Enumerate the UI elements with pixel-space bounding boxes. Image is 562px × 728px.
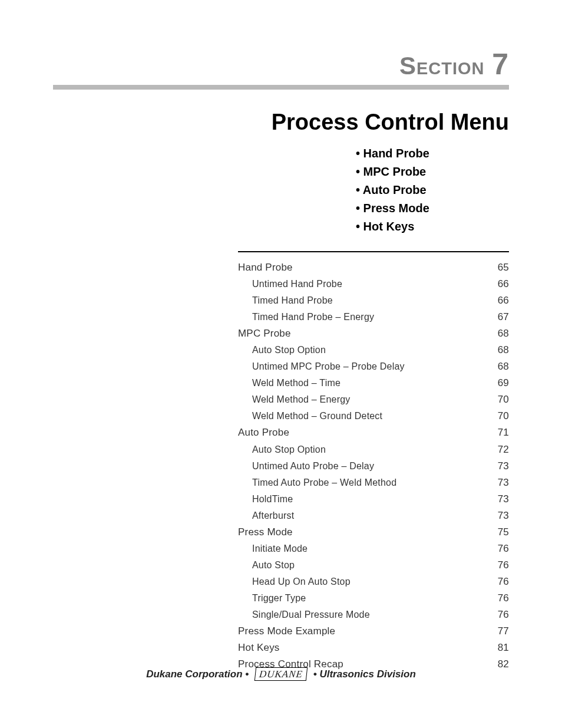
toc-label: Weld Method – Time (238, 375, 340, 391)
toc-page: 77 (498, 623, 509, 640)
toc-row: Press Mode Example77 (238, 623, 509, 640)
footer: Dukane Corporation • DUKANE • Ultrasonic… (0, 667, 562, 681)
toc-leader (385, 409, 495, 419)
toc-label: Press Mode Example (238, 623, 335, 640)
toc-row: Timed Hand Probe66 (238, 292, 509, 309)
toc-label: Untimed MPC Probe – Probe Delay (238, 359, 405, 374)
footer-sep: • (245, 668, 249, 680)
toc-label: Weld Method – Ground Detect (238, 409, 382, 424)
toc-page: 73 (498, 458, 509, 475)
toc-leader (282, 641, 495, 651)
toc-leader (308, 591, 495, 601)
toc-row: Weld Method – Time69 (238, 375, 509, 391)
toc-row: Single/Dual Pressure Mode76 (238, 607, 509, 623)
toc-page: 76 (498, 541, 509, 557)
toc-row: Afterburst73 (238, 508, 509, 524)
toc-leader (328, 343, 495, 353)
toc-label: Initiate Mode (238, 541, 308, 556)
toc-label: Trigger Type (238, 591, 306, 606)
toc-page: 68 (498, 342, 509, 358)
footer-sep: • (313, 668, 317, 680)
toc-leader (328, 443, 495, 453)
toc-row: Hand Probe65 (238, 259, 509, 276)
toc-label: Timed Hand Probe – Energy (238, 309, 374, 325)
toc-leader (338, 624, 495, 634)
toc-row: Hot Keys81 (238, 640, 509, 656)
bullet-item: MPC Probe (356, 163, 509, 181)
toc-label: Auto Stop Option (238, 442, 326, 457)
section-label-prefix: Section (399, 52, 485, 80)
toc-row: Untimed Hand Probe66 (238, 276, 509, 292)
toc-page: 81 (498, 640, 509, 656)
toc-label: Auto Stop Option (238, 342, 326, 358)
toc-label: Auto Stop (238, 558, 295, 573)
footer-left: Dukane Corporation (146, 668, 242, 680)
toc-label: Timed Auto Probe – Weld Method (238, 475, 396, 490)
toc-page: 75 (498, 524, 509, 541)
toc-leader (353, 575, 495, 585)
toc-row: Auto Stop Option68 (238, 342, 509, 358)
toc-page: 76 (498, 607, 509, 623)
toc-leader (293, 327, 495, 337)
toc-page: 65 (498, 259, 509, 276)
toc-page: 73 (498, 491, 509, 508)
toc-label: Untimed Auto Probe – Delay (238, 459, 374, 474)
toc-label: Weld Method – Energy (238, 392, 350, 407)
toc-page: 66 (498, 276, 509, 292)
toc-row: Untimed Auto Probe – Delay73 (238, 458, 509, 475)
toc-row: Head Up On Auto Stop76 (238, 574, 509, 590)
toc-leader (310, 542, 495, 552)
toc-page: 76 (498, 574, 509, 590)
toc-label: Untimed Hand Probe (238, 276, 342, 292)
toc-leader (345, 277, 495, 287)
toc-row: Auto Probe71 (238, 424, 509, 441)
toc-leader (399, 476, 495, 486)
toc-label: Timed Hand Probe (238, 293, 333, 308)
toc-page: 69 (498, 375, 509, 391)
toc-row: Trigger Type76 (238, 590, 509, 607)
bullet-item: Press Mode (356, 199, 509, 218)
toc-leader (352, 393, 495, 403)
toc-leader (346, 657, 495, 667)
bullet-item: Auto Probe (356, 181, 509, 199)
toc-row: Auto Stop76 (238, 557, 509, 574)
toc-label: Press Mode (238, 524, 293, 541)
toc-label: Hot Keys (238, 640, 280, 656)
toc-page: 70 (498, 391, 509, 408)
toc-label: Afterburst (238, 508, 294, 523)
toc-row: Initiate Mode76 (238, 541, 509, 557)
brand-logo: DUKANE (254, 667, 308, 681)
toc-page: 71 (498, 424, 509, 441)
divider (53, 85, 509, 90)
toc-leader (376, 310, 495, 320)
toc-page: 66 (498, 292, 509, 309)
toc-label: Head Up On Auto Stop (238, 574, 351, 589)
toc-leader (296, 509, 495, 519)
toc-leader (372, 608, 495, 618)
toc-leader (295, 492, 495, 502)
page-title: Process Control Menu (53, 110, 509, 135)
page: Section 7 Process Control Menu Hand Prob… (0, 0, 562, 728)
toc-label: Single/Dual Pressure Mode (238, 607, 370, 622)
toc-label: Auto Probe (238, 424, 289, 441)
toc-page: 72 (498, 442, 509, 458)
bullets-wrap: Hand ProbeMPC ProbeAuto ProbePress ModeH… (53, 144, 509, 251)
toc-page: 76 (498, 557, 509, 574)
toc-divider (238, 251, 509, 252)
toc-row: HoldTime73 (238, 491, 509, 508)
toc-row: Timed Hand Probe – Energy67 (238, 309, 509, 325)
toc-leader (407, 360, 495, 370)
toc-leader (297, 558, 495, 568)
toc-row: Untimed MPC Probe – Probe Delay68 (238, 358, 509, 375)
section-number: 7 (492, 48, 509, 81)
footer-right: Ultrasonics Division (319, 668, 415, 680)
toc-page: 67 (498, 309, 509, 325)
toc-row: Weld Method – Ground Detect70 (238, 408, 509, 424)
toc-page: 73 (498, 508, 509, 524)
bullets-list: Hand ProbeMPC ProbeAuto ProbePress ModeH… (356, 144, 509, 236)
toc-leader (295, 525, 495, 535)
toc-row: MPC Probe68 (238, 325, 509, 342)
toc-leader (292, 426, 495, 436)
toc-page: 70 (498, 408, 509, 424)
toc-label: MPC Probe (238, 325, 291, 342)
